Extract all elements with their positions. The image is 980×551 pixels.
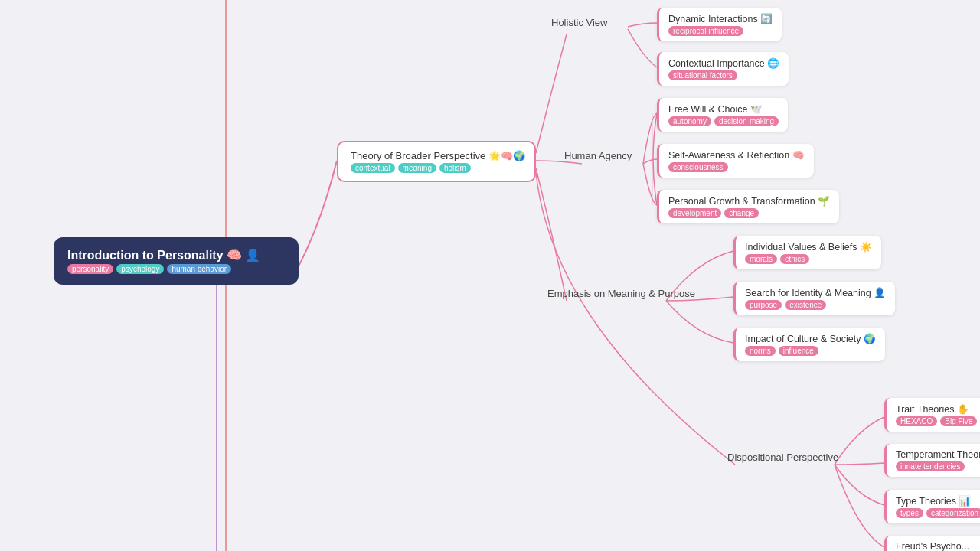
temperament-title: Temperament Theories xyxy=(896,449,980,460)
freuds-title: Freud's Psycho... xyxy=(896,541,969,551)
tag-bigfive: Big Five xyxy=(940,416,977,426)
search-identity-title: Search for Identity & Meaning 👤 xyxy=(745,287,886,298)
holistic-view-text: Holistic View xyxy=(551,17,607,28)
dispositional-label: Dispositional Perspective xyxy=(727,452,838,463)
tag-hexaco: HEXACO xyxy=(896,416,937,426)
type-theories-node[interactable]: Type Theories 📊 types categorization xyxy=(884,490,980,523)
self-awareness-node[interactable]: Self-Awareness & Reflection 🧠 consciousn… xyxy=(657,144,814,178)
theory-tags: contextual meaning holism xyxy=(351,163,471,173)
contextual-importance-title: Contextual Importance 🌐 xyxy=(668,57,779,69)
tag-reciprocal: reciprocal influence xyxy=(668,26,743,36)
temperament-node[interactable]: Temperament Theories innate tendencies xyxy=(884,444,980,477)
trait-theories-node[interactable]: Trait Theories ✋ HEXACO Big Five xyxy=(884,398,980,432)
tag-contextual: contextual xyxy=(351,163,395,173)
dispositional-text: Dispositional Perspective xyxy=(727,452,838,463)
dynamic-interactions-node[interactable]: Dynamic Interactions 🔄 reciprocal influe… xyxy=(657,8,782,41)
mind-map: Introduction to Personality 🧠 👤 personal… xyxy=(0,0,980,551)
tag-existence: existence xyxy=(785,300,826,310)
freuds-node[interactable]: Freud's Psycho... xyxy=(884,536,980,551)
tag-influence: influence xyxy=(779,346,818,356)
individual-values-node[interactable]: Individual Values & Beliefs ☀️ morals et… xyxy=(733,236,881,269)
root-node[interactable]: Introduction to Personality 🧠 👤 personal… xyxy=(54,237,299,285)
holistic-view-label: Holistic View xyxy=(551,17,607,28)
tag-ethics: ethics xyxy=(780,254,809,264)
tag-morals: morals xyxy=(745,254,777,264)
emphasis-meaning-label: Emphasis on Meaning & Purpose xyxy=(547,288,695,299)
root-title: Introduction to Personality 🧠 👤 xyxy=(67,248,260,262)
tag-categorization: categorization xyxy=(926,508,980,518)
tag-innate: innate tendencies xyxy=(896,461,965,471)
personal-growth-title: Personal Growth & Transformation 🌱 xyxy=(668,195,830,207)
search-identity-node[interactable]: Search for Identity & Meaning 👤 purpose … xyxy=(733,282,895,315)
tag-development: development xyxy=(668,208,721,218)
dynamic-interactions-title: Dynamic Interactions 🔄 xyxy=(668,13,773,24)
tag-consciousness: consciousness xyxy=(668,162,728,172)
emphasis-meaning-text: Emphasis on Meaning & Purpose xyxy=(547,288,695,299)
tag-holism: holism xyxy=(439,163,471,173)
contextual-importance-node[interactable]: Contextual Importance 🌐 situational fact… xyxy=(657,52,789,86)
tag-meaning: meaning xyxy=(398,163,436,173)
impact-culture-title: Impact of Culture & Society 🌍 xyxy=(745,333,876,344)
root-tags: personality psychology human behavior xyxy=(67,264,231,274)
theory-node[interactable]: Theory of Broader Perspective 🌟🧠🌍 contex… xyxy=(337,141,536,182)
human-agency-text: Human Agency xyxy=(564,150,632,161)
tag-situational: situational factors xyxy=(668,70,737,80)
tag-personality: personality xyxy=(67,264,113,274)
trait-theories-title: Trait Theories ✋ xyxy=(896,403,969,415)
theory-title: Theory of Broader Perspective 🌟🧠🌍 xyxy=(351,150,525,161)
tag-norms: norms xyxy=(745,346,776,356)
free-will-title: Free Will & Choice 🕊️ xyxy=(668,103,763,115)
type-theories-title: Type Theories 📊 xyxy=(896,495,971,507)
tag-change: change xyxy=(724,208,759,218)
human-agency-label: Human Agency xyxy=(564,150,632,161)
impact-culture-node[interactable]: Impact of Culture & Society 🌍 norms infl… xyxy=(733,328,885,361)
individual-values-title: Individual Values & Beliefs ☀️ xyxy=(745,241,872,253)
tag-human-behavior: human behavior xyxy=(167,264,231,274)
self-awareness-title: Self-Awareness & Reflection 🧠 xyxy=(668,149,805,161)
tag-autonomy: autonomy xyxy=(668,116,711,126)
tag-types: types xyxy=(896,508,923,518)
free-will-node[interactable]: Free Will & Choice 🕊️ autonomy decision-… xyxy=(657,98,788,132)
tag-psychology: psychology xyxy=(116,264,164,274)
personal-growth-node[interactable]: Personal Growth & Transformation 🌱 devel… xyxy=(657,190,839,223)
tag-decision-making: decision-making xyxy=(714,116,779,126)
tag-purpose: purpose xyxy=(745,300,782,310)
